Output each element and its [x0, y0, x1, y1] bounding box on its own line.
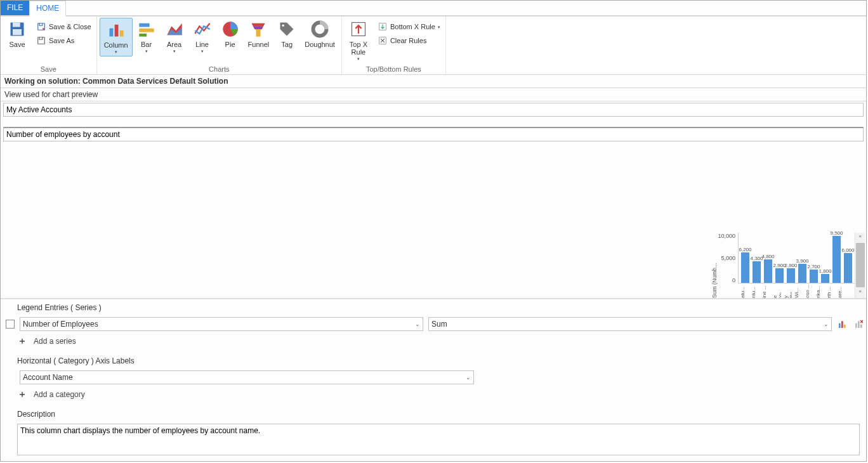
chevron-down-icon: ▾	[438, 25, 440, 30]
svg-rect-5	[109, 29, 113, 37]
save-as-icon	[36, 36, 46, 46]
chart-type-line-button[interactable]: Line ▾	[188, 18, 216, 55]
tag-label: Tag	[281, 41, 293, 48]
chart-type-funnel-button[interactable]: Funnel	[244, 18, 273, 49]
funnel-label: Funnel	[248, 41, 270, 48]
bottom-x-rule-button[interactable]: Bottom X Rule ▾	[375, 20, 443, 33]
column-chart-icon	[106, 20, 126, 40]
solution-context: Working on solution: Common Data Service…	[1, 75, 866, 88]
scroll-up-icon[interactable]: ˄	[855, 233, 865, 243]
bottom-x-icon	[378, 22, 388, 32]
scroll-thumb[interactable]	[856, 243, 865, 287]
top-x-label: Top X Rule	[350, 41, 367, 56]
view-used-label: View used for chart preview	[1, 88, 866, 101]
save-button[interactable]: Save	[3, 18, 31, 49]
chart-preview-area: Sum (Numb... 10,0005,0000 6,2004,3004,80…	[1, 143, 866, 299]
chevron-down-icon: ⌄	[415, 321, 420, 327]
svg-rect-20	[855, 323, 857, 328]
series-section-label: Legend Entries ( Series )	[17, 303, 865, 312]
svg-rect-7	[119, 30, 123, 36]
ribbon-group-charts-label: Charts	[100, 65, 339, 74]
save-close-button[interactable]: Save & Close	[34, 20, 94, 33]
chevron-down-icon: ▾	[201, 49, 204, 54]
area-chart-icon	[164, 19, 185, 39]
svg-rect-9	[139, 29, 154, 32]
save-as-label: Save As	[49, 37, 74, 44]
chart-title-input[interactable]	[3, 127, 864, 141]
save-icon	[7, 19, 27, 39]
pie-label: Pie	[225, 41, 235, 48]
series-checkbox[interactable]	[6, 320, 15, 329]
view-selector-input[interactable]	[3, 103, 864, 117]
series-field-value: Number of Employees	[23, 320, 98, 329]
add-category-button[interactable]: ＋ Add a category	[17, 389, 865, 400]
delete-series-icon[interactable]	[853, 318, 865, 330]
bar-chart-icon	[136, 19, 157, 39]
chart-type-bar-button[interactable]: Bar ▾	[133, 18, 161, 55]
svg-rect-19	[844, 325, 846, 328]
category-field-value: Account Name	[23, 373, 73, 382]
save-as-button[interactable]: Save As	[34, 34, 94, 47]
add-series-label: Add a series	[34, 337, 76, 346]
series-field-combo[interactable]: Number of Employees ⌄	[20, 317, 423, 331]
line-chart-icon	[192, 19, 213, 39]
svg-rect-8	[139, 23, 149, 27]
tab-file[interactable]: FILE	[1, 1, 29, 15]
chart-y-axis-label: Sum (Numb...	[711, 233, 718, 298]
plus-icon: ＋	[17, 389, 27, 400]
save-label: Save	[9, 41, 25, 48]
chart-y-ticks: 10,0005,0000	[718, 233, 738, 284]
svg-rect-4	[38, 37, 45, 44]
chart-type-tag-button[interactable]: Tag	[273, 18, 301, 49]
save-close-label: Save & Close	[49, 23, 91, 30]
svg-rect-21	[858, 321, 860, 328]
svg-point-12	[282, 24, 285, 27]
funnel-chart-icon	[248, 19, 268, 39]
clear-rules-icon	[378, 36, 388, 46]
app-window: FILE HOME Save Save & Close	[0, 0, 867, 462]
chevron-down-icon: ▾	[115, 49, 117, 55]
tab-home[interactable]: HOME	[29, 1, 66, 16]
chart-designer: Legend Entries ( Series ) Number of Empl…	[1, 299, 866, 461]
svg-rect-18	[841, 321, 843, 328]
ribbon-group-save: Save Save & Close Save As	[1, 16, 97, 74]
chart-bars: 6,2004,3004,8002,9002,9003,9002,7001,800…	[738, 233, 855, 284]
chart-type-doughnut-button[interactable]: Doughnut	[301, 18, 339, 49]
chevron-down-icon: ▾	[145, 49, 148, 54]
scroll-down-icon[interactable]: ˅	[855, 288, 865, 298]
category-section-label: Horizontal ( Category ) Axis Labels	[17, 356, 865, 365]
doughnut-label: Doughnut	[305, 41, 335, 48]
series-aggregate-combo[interactable]: Sum ⌄	[428, 317, 832, 331]
chart-scrollbar[interactable]: ˄ ˅	[855, 233, 865, 298]
svg-rect-1	[13, 23, 20, 27]
chart-type-area-button[interactable]: Area ▾	[161, 18, 188, 55]
chart-type-column-button[interactable]: Column ▾	[100, 18, 133, 56]
ribbon-group-rules-label: Top/Bottom Rules	[345, 65, 443, 74]
bar-label: Bar	[141, 41, 152, 48]
category-field-combo[interactable]: Account Name ⌄	[20, 370, 474, 384]
svg-rect-10	[139, 34, 147, 37]
area-label: Area	[167, 41, 181, 48]
svg-rect-22	[860, 325, 862, 328]
line-label: Line	[195, 41, 209, 48]
column-label: Column	[104, 41, 128, 49]
description-textarea[interactable]	[17, 424, 860, 455]
ribbon-group-charts: Column ▾ Bar ▾ Area ▾	[97, 16, 342, 74]
chart-x-ticks: atu...ntu...ine ...e Yo...y Po...Wi...os…	[738, 284, 846, 298]
ribbon: Save Save & Close Save As	[1, 16, 866, 75]
chevron-down-icon: ⌄	[824, 321, 829, 327]
series-aggregate-value: Sum	[431, 320, 447, 329]
chevron-down-icon: ▾	[173, 49, 176, 54]
save-close-icon	[36, 22, 46, 32]
chart-type-pie-button[interactable]: Pie	[216, 18, 244, 49]
tag-icon	[277, 19, 297, 39]
add-series-button[interactable]: ＋ Add a series	[17, 336, 865, 346]
top-x-icon	[348, 19, 369, 39]
chart-style-icon[interactable]	[837, 318, 848, 330]
top-x-rule-button[interactable]: Top X Rule ▾	[345, 18, 372, 63]
clear-rules-button[interactable]: Clear Rules	[375, 34, 443, 47]
chevron-down-icon: ⌄	[466, 374, 471, 381]
ribbon-group-save-label: Save	[3, 65, 94, 74]
bottom-x-label: Bottom X Rule	[390, 23, 435, 30]
ribbon-tabs: FILE HOME	[1, 1, 866, 16]
